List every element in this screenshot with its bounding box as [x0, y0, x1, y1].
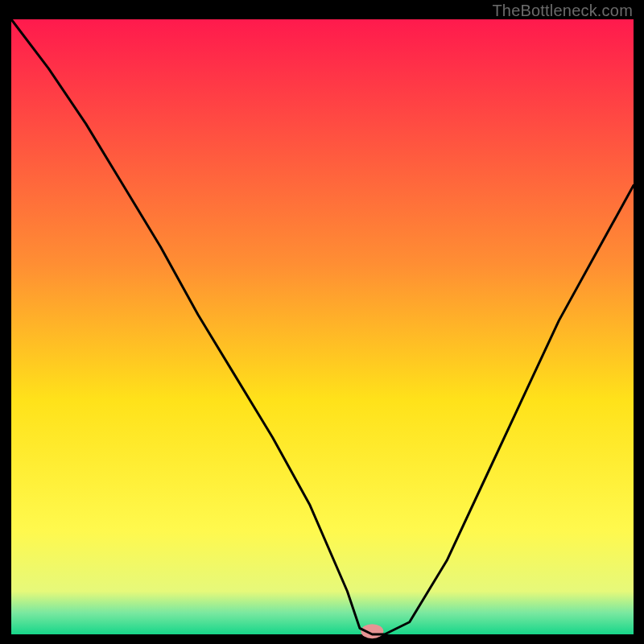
- svg-rect-1: [11, 19, 634, 634]
- watermark-text: TheBottleneck.com: [492, 2, 633, 20]
- chart-container: TheBottleneck.com: [0, 0, 644, 644]
- bottleneck-chart: [0, 0, 644, 644]
